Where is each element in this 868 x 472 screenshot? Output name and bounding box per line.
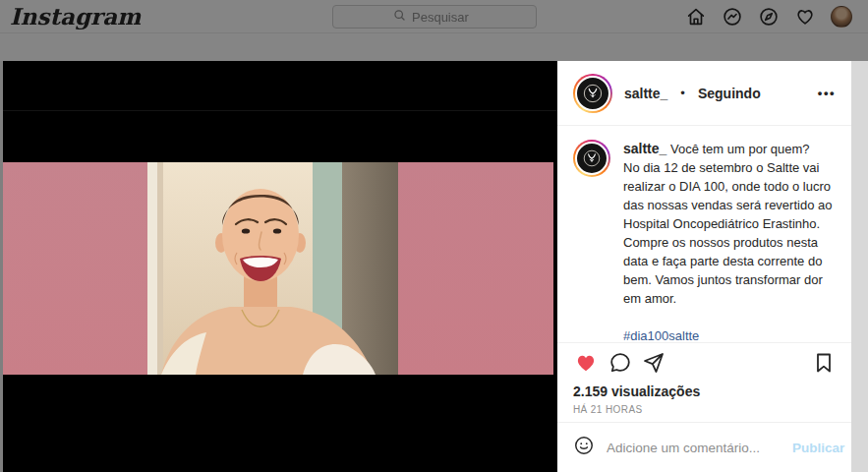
- profile-avatar[interactable]: [831, 6, 852, 28]
- video-pink-panel-left: [3, 162, 147, 375]
- instagram-post-modal-page: Instagram: [0, 0, 868, 472]
- author-avatar[interactable]: [573, 74, 612, 113]
- share-icon[interactable]: [642, 351, 665, 375]
- smiley-icon[interactable]: [573, 435, 595, 460]
- following-button[interactable]: Seguindo: [698, 86, 761, 101]
- video-frame-band: [3, 162, 553, 375]
- caption-avatar-logo: [575, 142, 608, 175]
- search-icon: [393, 8, 406, 26]
- header-separator-dot: •: [680, 86, 685, 100]
- modal-right-gutter: [851, 61, 868, 472]
- like-heart-icon[interactable]: [573, 350, 599, 376]
- activity-heart-icon[interactable]: [794, 6, 816, 28]
- actions-section: 2.159 visualizações HÁ 21 HORAS: [557, 342, 851, 422]
- video-letterbox-edge: [3, 110, 557, 111]
- publish-button[interactable]: Publicar: [792, 441, 844, 455]
- messenger-icon[interactable]: [722, 6, 743, 28]
- comment-input[interactable]: [607, 441, 781, 455]
- author-avatar-logo: [575, 76, 610, 111]
- more-options-button[interactable]: •••: [818, 86, 836, 100]
- woman-portrait-illustration: [147, 162, 398, 375]
- post-header: saltte_ • Seguindo •••: [557, 61, 851, 126]
- video-pink-panel-right: [398, 162, 553, 375]
- action-icon-row: [573, 350, 836, 376]
- caption-section: saltte_ Você tem um por quem? No dia 12 …: [557, 126, 851, 342]
- caption-username[interactable]: saltte_: [623, 141, 666, 156]
- caption-avatar[interactable]: [573, 140, 610, 177]
- caption-text-block: saltte_ Você tem um por quem? No dia 12 …: [623, 140, 836, 342]
- caption-hashtag-link[interactable]: #dia100saltte: [623, 326, 836, 342]
- comment-icon[interactable]: [608, 351, 632, 375]
- top-navigation: Instagram: [0, 0, 868, 33]
- comment-box: Publicar: [557, 422, 851, 472]
- nav-icon-group: [685, 6, 852, 28]
- author-username[interactable]: saltte_: [624, 86, 667, 101]
- post-modal: saltte_ • Seguindo ••• saltte_: [3, 61, 851, 472]
- bookmark-icon[interactable]: [812, 351, 836, 375]
- search-box[interactable]: [332, 5, 537, 29]
- search-input[interactable]: [412, 10, 475, 25]
- post-detail-panel: saltte_ • Seguindo ••• saltte_: [557, 61, 851, 472]
- home-icon[interactable]: [685, 6, 707, 28]
- top-navigation-bar-dimmed: Instagram: [0, 0, 868, 61]
- post-timestamp: HÁ 21 HORAS: [573, 404, 836, 415]
- instagram-logo[interactable]: Instagram: [10, 3, 141, 30]
- caption-body: Você tem um por quem? No dia 12 de setem…: [623, 142, 832, 306]
- explore-compass-icon[interactable]: [758, 6, 780, 28]
- post-video[interactable]: [3, 61, 557, 472]
- view-count[interactable]: 2.159 visualizações: [573, 384, 836, 399]
